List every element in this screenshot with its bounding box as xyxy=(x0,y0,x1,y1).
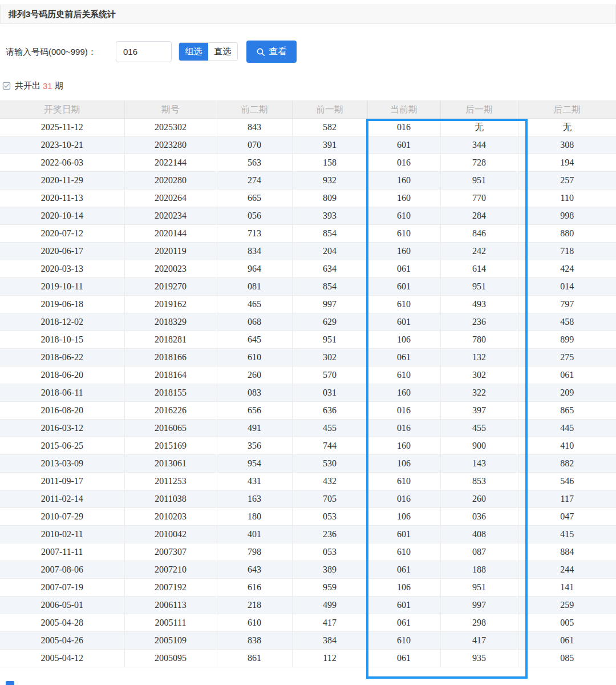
table-cell: 2023280 xyxy=(124,136,217,154)
table-row: 2022-06-032022144563158016728194 xyxy=(0,154,616,172)
table-cell: 645 xyxy=(217,331,292,349)
table-cell: 236 xyxy=(292,526,367,543)
table-cell: 834 xyxy=(217,243,292,260)
table-cell: 458 xyxy=(518,313,616,331)
table-cell: 610 xyxy=(367,543,440,561)
table-cell: 016 xyxy=(367,119,440,136)
table-cell: 797 xyxy=(518,296,616,313)
summary-prefix: 共开出 xyxy=(15,80,40,91)
table-row: 2018-06-222018166610302061132275 xyxy=(0,349,616,366)
table-cell: 610 xyxy=(367,296,440,313)
table-cell: 2020119 xyxy=(124,243,217,260)
table-cell: 2007307 xyxy=(124,543,217,561)
table-cell: 061 xyxy=(518,632,616,650)
table-cell: 2025-11-12 xyxy=(0,119,124,136)
summary-line: 共开出 31 期 xyxy=(0,79,63,92)
table-row: 2018-10-152018281645951106780899 xyxy=(0,331,616,349)
table-cell: 016 xyxy=(367,490,440,508)
table-cell: 204 xyxy=(292,243,367,260)
table-cell: 2018-12-02 xyxy=(0,313,124,331)
table-cell: 无 xyxy=(518,119,616,136)
search-icon xyxy=(256,47,265,57)
table-cell: 284 xyxy=(440,207,518,225)
table-cell: 2020023 xyxy=(124,260,217,278)
table-cell: 610 xyxy=(217,614,292,632)
table-cell: 2020-03-13 xyxy=(0,260,124,278)
table-cell: 530 xyxy=(292,455,367,473)
table-cell: 2010-07-29 xyxy=(0,508,124,526)
table-cell: 900 xyxy=(440,437,518,455)
table-row: 2013-03-092013061954530106143882 xyxy=(0,455,616,473)
table-cell: 959 xyxy=(292,579,367,597)
table-cell: 160 xyxy=(367,384,440,402)
table-cell: 780 xyxy=(440,331,518,349)
table-cell: 643 xyxy=(217,561,292,579)
table-cell: 160 xyxy=(367,437,440,455)
number-input[interactable] xyxy=(116,41,172,62)
table-cell: 601 xyxy=(367,597,440,614)
table-cell: 2020144 xyxy=(124,225,217,243)
table-cell: 798 xyxy=(217,543,292,561)
table-cell: 061 xyxy=(367,260,440,278)
table-row: 2020-07-122020144713854610846880 xyxy=(0,225,616,243)
table-cell: 951 xyxy=(440,278,518,296)
table-cell: 2018164 xyxy=(124,366,217,384)
table-cell: 2007-08-06 xyxy=(0,561,124,579)
table-cell: 031 xyxy=(292,384,367,402)
table-cell: 2005109 xyxy=(124,632,217,650)
table-cell: 298 xyxy=(440,614,518,632)
table-cell: 610 xyxy=(367,632,440,650)
table-cell: 2020264 xyxy=(124,190,217,207)
table-row: 2020-10-142020234056393610284998 xyxy=(0,207,616,225)
direct-select-button[interactable]: 直选 xyxy=(208,43,237,61)
table-row: 2005-04-282005111610417061298005 xyxy=(0,614,616,632)
table-cell: 951 xyxy=(440,579,518,597)
table-row: 2007-07-192007192616959106951141 xyxy=(0,579,616,597)
table-cell: 308 xyxy=(518,136,616,154)
table-cell: 951 xyxy=(440,172,518,190)
table-cell: 2019162 xyxy=(124,296,217,313)
table-cell: 880 xyxy=(518,225,616,243)
table-cell: 2020-07-12 xyxy=(0,225,124,243)
table-cell: 061 xyxy=(367,561,440,579)
table-cell: 2020-10-14 xyxy=(0,207,124,225)
table-cell: 2019270 xyxy=(124,278,217,296)
view-button[interactable]: 查看 xyxy=(246,41,297,63)
table-cell: 194 xyxy=(518,154,616,172)
table-row: 2010-02-112010042401236601408415 xyxy=(0,526,616,543)
table-row: 2023-10-212023280070391601344308 xyxy=(0,136,616,154)
table-cell: 2018281 xyxy=(124,331,217,349)
table-cell: 861 xyxy=(217,650,292,667)
table-row: 2018-06-112018155083031160322209 xyxy=(0,384,616,402)
table-cell: 2023-10-21 xyxy=(0,136,124,154)
table-cell: 188 xyxy=(440,561,518,579)
table-cell: 244 xyxy=(518,561,616,579)
table-cell: 384 xyxy=(292,632,367,650)
table-cell: 601 xyxy=(367,136,440,154)
table-cell: 106 xyxy=(367,331,440,349)
table-cell: 2006113 xyxy=(124,597,217,614)
table-cell: 2007192 xyxy=(124,579,217,597)
table-cell: 163 xyxy=(217,490,292,508)
table-cell: 2016226 xyxy=(124,402,217,420)
table-cell: 257 xyxy=(518,172,616,190)
table-cell: 036 xyxy=(440,508,518,526)
number-input-label: 请输入号码(000~999)： xyxy=(6,38,96,66)
table-cell: 408 xyxy=(440,526,518,543)
table-cell: 110 xyxy=(518,190,616,207)
summary-suffix: 期 xyxy=(55,80,63,91)
column-header: 前二期 xyxy=(217,101,292,119)
group-select-button[interactable]: 组选 xyxy=(179,43,208,61)
table-row: 2020-03-132020023964634061614424 xyxy=(0,260,616,278)
table-cell: 2020-11-29 xyxy=(0,172,124,190)
table-cell: 302 xyxy=(440,366,518,384)
table-cell: 570 xyxy=(292,366,367,384)
table-cell: 056 xyxy=(217,207,292,225)
table-cell: 2013-03-09 xyxy=(0,455,124,473)
table-cell: 132 xyxy=(440,349,518,366)
table-row: 2020-11-132020264665809160770110 xyxy=(0,190,616,207)
table-cell: 2007-11-11 xyxy=(0,543,124,561)
table-cell: 493 xyxy=(440,296,518,313)
table-cell: 无 xyxy=(440,119,518,136)
table-cell: 180 xyxy=(217,508,292,526)
